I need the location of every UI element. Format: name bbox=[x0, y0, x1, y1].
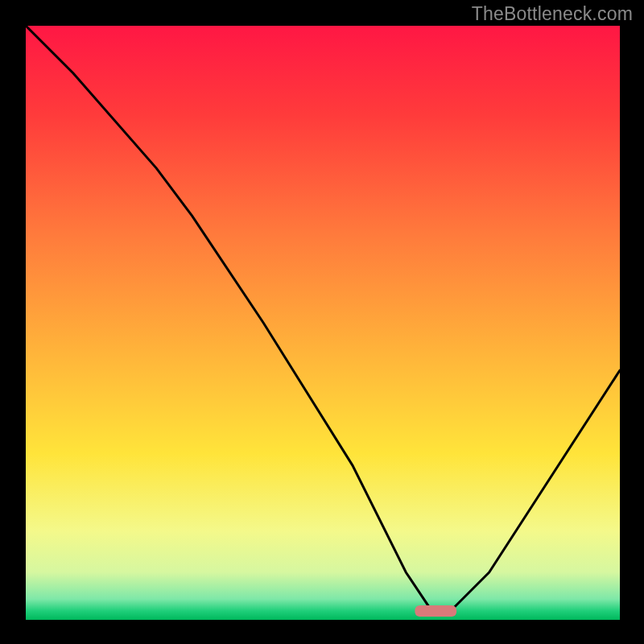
optimal-marker bbox=[415, 605, 456, 617]
chart-svg bbox=[26, 26, 620, 620]
chart-frame: TheBottleneck.com bbox=[0, 0, 644, 644]
plot-area bbox=[26, 26, 620, 620]
attribution-text: TheBottleneck.com bbox=[472, 3, 633, 25]
gradient-background bbox=[26, 26, 620, 620]
